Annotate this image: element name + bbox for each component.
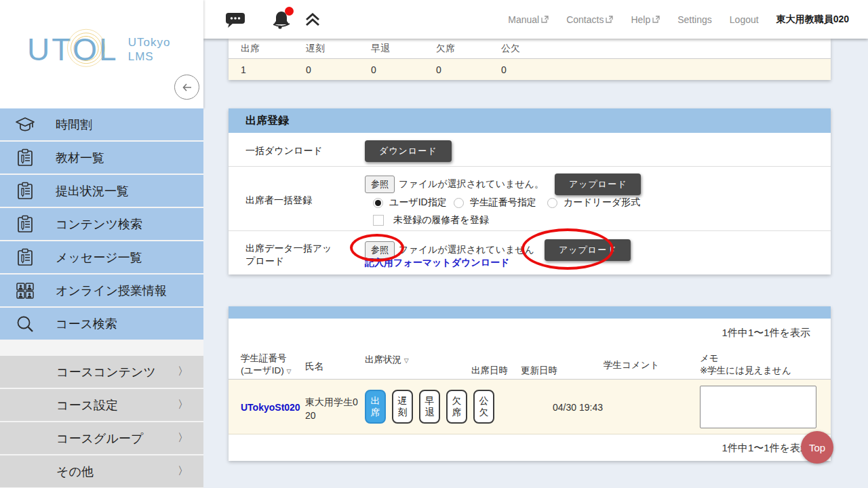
sidebar-collapse-button[interactable] [174, 75, 199, 100]
attendance-summary-table: 出席 遅刻 早退 欠席 公欠 1 0 0 0 0 [229, 39, 831, 80]
format-download-link[interactable]: 記入用フォーマットダウンロード [365, 257, 509, 269]
status-button-late[interactable]: 遅刻 [392, 390, 413, 424]
topbar: Manual Contacts Help Settings Logout 東大用… [203, 0, 868, 39]
clipboard-icon [14, 215, 37, 234]
radio-selected-icon [373, 198, 383, 208]
memo-textarea[interactable] [700, 386, 816, 428]
sidebar-item-label: コースグループ [56, 430, 143, 447]
radio-unselected-icon [454, 198, 464, 208]
register-unenrolled-checkbox[interactable]: 未登録の履修者を登録 [373, 214, 489, 226]
radio-student-card-number[interactable]: 学生証番号指定 [454, 197, 536, 209]
sidebar-item-label: 時間割 [56, 117, 92, 133]
sidebar-item-label: コースコンテンツ [56, 364, 156, 380]
sidebar-item-label: オンライン授業情報 [56, 283, 167, 299]
bulk-download-row: 一括ダウンロード ダウンロード [229, 133, 831, 167]
summary-value: 0 [294, 64, 359, 75]
external-link-icon [606, 16, 613, 23]
chevron-right-icon: 〉 [178, 464, 189, 479]
download-button[interactable]: ダウンロード [365, 140, 452, 162]
column-update-time: 更新日時 [521, 365, 557, 377]
logo-subtitle: UTokyo LMS [128, 35, 171, 64]
upload-button[interactable]: アップロード [545, 239, 631, 261]
sidebar-item-label: コース検索 [56, 316, 117, 332]
clipboard-icon [14, 148, 37, 167]
summary-header: 欠席 [424, 43, 489, 55]
settings-link[interactable]: Settings [677, 14, 712, 25]
column-status[interactable]: 出席状況 ▽ [365, 354, 409, 366]
sort-icon: ▽ [404, 357, 409, 364]
sidebar-item-label: コンテンツ検索 [56, 216, 142, 232]
summary-header: 早退 [359, 43, 424, 55]
upload-button[interactable]: アップロード [555, 174, 642, 195]
panel-title: 出席登録 [245, 114, 289, 128]
sidebar-item-others[interactable]: その他 〉 [0, 455, 203, 487]
collapse-topbar-icon[interactable] [304, 12, 321, 28]
utol-wordmark: UTOL [27, 34, 119, 65]
column-name: 氏名 [305, 361, 323, 373]
summary-header: 公欠 [489, 43, 554, 55]
sidebar-item-label: 提出状況一覧 [56, 183, 129, 199]
sidebar-nav: 時間割 教材一覧 提出状況一覧 コンテンツ検索 メッセージ一覧 [0, 108, 203, 488]
summary-value: 1 [229, 64, 294, 75]
arrow-left-icon [180, 81, 194, 94]
logo-o-with-rings: O [73, 34, 99, 65]
notifications-bell-icon[interactable] [271, 9, 292, 30]
sidebar-item-online-class[interactable]: オンライン授業情報 [0, 274, 203, 306]
table-header-row: 学生証番号(ユーザID) ▽ 氏名 出席状況 ▽ 出席日時 更新日時 学生コメン… [229, 346, 831, 380]
no-file-text: ファイルが選択されていません [399, 244, 534, 256]
student-id-link[interactable]: UTokyoSt020 [241, 402, 300, 413]
file-select-line: 参照 ファイルが選択されていません。 アップロード [365, 174, 641, 195]
attendee-bulk-label: 出席者一括登録 [245, 194, 347, 207]
bulk-download-label: 一括ダウンロード [245, 144, 347, 157]
sidebar-item-course-settings[interactable]: コース設定 〉 [0, 389, 203, 421]
scroll-to-top-button[interactable]: Top [801, 431, 833, 464]
help-link[interactable]: Help [631, 14, 660, 25]
topbar-links: Manual Contacts Help Settings Logout 東大用… [508, 14, 868, 26]
status-button-present[interactable]: 出席 [365, 390, 386, 424]
student-name: 東大用学生020 [305, 396, 359, 422]
attendee-bulk-register-row: 出席者一括登録 参照 ファイルが選択されていません。 アップロード ユーザID指… [229, 167, 831, 231]
sidebar-item-course-contents[interactable]: コースコンテンツ 〉 [0, 356, 203, 388]
status-button-excused[interactable]: 公欠 [473, 390, 494, 424]
column-student-comment: 学生コメント [604, 359, 659, 371]
sidebar-item-label: コース設定 [56, 397, 118, 413]
sidebar-item-timetable[interactable]: 時間割 [0, 108, 203, 140]
radio-user-id[interactable]: ユーザID指定 [373, 197, 447, 209]
online-class-icon [14, 282, 37, 300]
messages-icon[interactable] [225, 11, 245, 28]
sidebar: UTOL UTokyo LMS 時間割 教材一覧 [0, 0, 203, 488]
column-student-id[interactable]: 学生証番号(ユーザID) ▽ [241, 352, 291, 377]
graduation-cap-icon [14, 116, 37, 134]
current-user-name: 東大用教職員020 [776, 14, 849, 26]
status-button-absent[interactable]: 欠席 [446, 390, 467, 424]
clipboard-icon [14, 182, 37, 201]
logo-text-ut: UT [27, 34, 73, 65]
utol-logo[interactable]: UTOL UTokyo LMS [27, 34, 170, 65]
sidebar-item-course-group[interactable]: コースグループ 〉 [0, 422, 203, 454]
sidebar-item-materials[interactable]: 教材一覧 [0, 142, 203, 174]
status-button-early-leave[interactable]: 早退 [419, 390, 440, 424]
sidebar-item-course-search[interactable]: コース検索 [0, 308, 203, 340]
external-link-icon [541, 16, 549, 23]
sidebar-item-messages[interactable]: メッセージ一覧 [0, 241, 203, 273]
attendance-register-panel: 出席登録 一括ダウンロード ダウンロード 出席者一括登録 参照 ファイルが選択さ… [229, 108, 831, 274]
clipboard-icon [14, 248, 37, 267]
summary-value: 0 [489, 64, 554, 75]
table-header-bar [229, 306, 831, 319]
update-time-value: 04/30 19:43 [553, 402, 603, 413]
sidebar-item-label: 教材一覧 [56, 150, 104, 166]
sidebar-item-content-search[interactable]: コンテンツ検索 [0, 208, 203, 240]
contacts-link[interactable]: Contacts [566, 14, 613, 25]
sidebar-item-label: メッセージ一覧 [56, 249, 142, 266]
radio-unselected-icon [547, 198, 557, 208]
sidebar-item-submissions[interactable]: 提出状況一覧 [0, 175, 203, 207]
result-count-row: 1件中1〜1件を表示 [229, 319, 831, 346]
radio-card-reader[interactable]: カードリーダ形式 [547, 197, 640, 209]
manual-link[interactable]: Manual [508, 14, 549, 25]
result-count-text: 1件中1〜1件を表示 [722, 442, 810, 455]
summary-value: 0 [424, 64, 489, 75]
data-upload-label: 出席データ一括アップロード [245, 242, 337, 268]
logout-link[interactable]: Logout [730, 14, 759, 25]
sidebar-divider [0, 341, 203, 356]
browse-button[interactable]: 参照 [365, 176, 395, 193]
